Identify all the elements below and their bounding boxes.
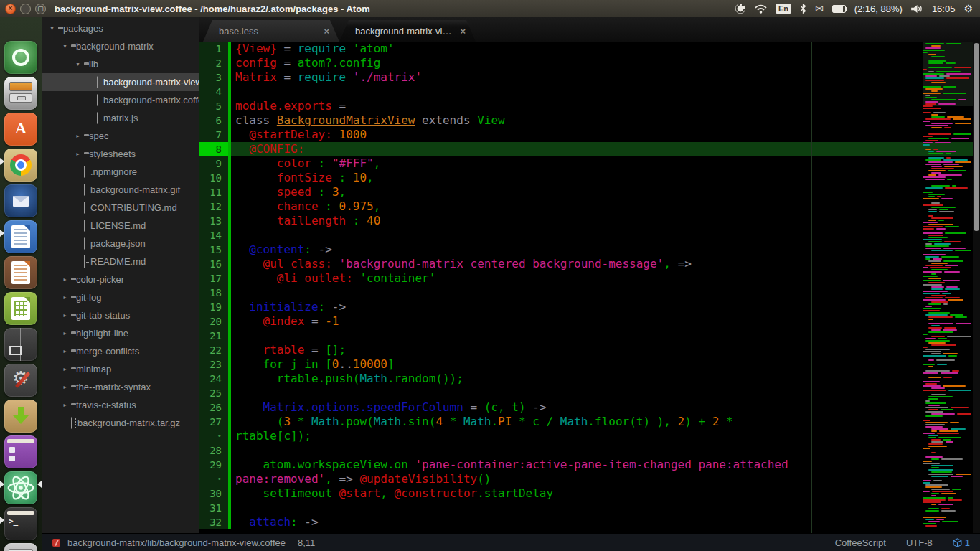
tree-item[interactable]: ▸merge-conflicts bbox=[42, 342, 199, 360]
libreoffice-writer-icon[interactable] bbox=[4, 220, 37, 253]
line-number[interactable]: 17 bbox=[199, 271, 231, 286]
workspace-switcher-icon[interactable] bbox=[4, 328, 37, 361]
line-number[interactable]: 26 bbox=[199, 400, 231, 415]
trash-icon[interactable] bbox=[4, 543, 37, 551]
editor-pane[interactable]: 1{View} = require 'atom'2config = atom?.… bbox=[199, 42, 980, 533]
bluetooth-icon[interactable] bbox=[800, 4, 806, 14]
tree-item[interactable]: CONTRIBUTING.md bbox=[42, 199, 199, 217]
tree-item[interactable]: background-matrix.coffee bbox=[42, 91, 199, 109]
wifi-icon[interactable] bbox=[755, 4, 767, 14]
code-line[interactable]: module.exports = bbox=[231, 99, 980, 113]
line-number[interactable]: 7 bbox=[199, 128, 231, 142]
tree-item[interactable]: matrix.js bbox=[42, 109, 199, 127]
battery-icon[interactable] bbox=[832, 5, 846, 13]
libreoffice-impress-icon[interactable] bbox=[4, 256, 37, 289]
tree-item[interactable]: ▾lib bbox=[42, 55, 199, 73]
scrollbar-thumb[interactable] bbox=[974, 43, 979, 231]
code-line[interactable]: for j in [0..10000] bbox=[231, 357, 980, 372]
line-number[interactable]: 21 bbox=[199, 329, 231, 343]
terminal-icon[interactable]: >_ bbox=[4, 507, 37, 540]
tree-item[interactable]: LICENSE.md bbox=[42, 217, 199, 235]
tree-item[interactable]: background-matrix.tar.gz bbox=[42, 414, 199, 432]
tree-item[interactable]: ▸spec bbox=[42, 127, 199, 145]
tree-item[interactable]: package.json bbox=[42, 235, 199, 253]
code-line[interactable]: atom.workspaceView.on 'pane-container:ac… bbox=[231, 458, 980, 472]
code-line[interactable]: initialize: -> bbox=[231, 300, 980, 314]
line-number[interactable]: • bbox=[199, 429, 231, 443]
line-number[interactable]: 32 bbox=[199, 515, 231, 529]
tree-item[interactable]: ▸minimap bbox=[42, 360, 199, 378]
line-number[interactable]: 8 bbox=[199, 142, 231, 156]
line-number[interactable]: 14 bbox=[199, 228, 231, 242]
code-line[interactable] bbox=[231, 228, 980, 242]
code-line[interactable]: chance : 0.975, bbox=[231, 199, 980, 214]
line-number[interactable]: 31 bbox=[199, 501, 231, 515]
tree-item[interactable]: ▸the--matrix-syntax bbox=[42, 378, 199, 396]
line-number[interactable]: 11 bbox=[199, 185, 231, 199]
line-number[interactable]: 25 bbox=[199, 386, 231, 400]
code-line[interactable] bbox=[231, 443, 980, 458]
line-number[interactable]: 15 bbox=[199, 242, 231, 257]
code-line[interactable]: setTimeout @start, @constructor.startDel… bbox=[231, 486, 980, 501]
chevron-right-icon[interactable]: ▸ bbox=[60, 366, 70, 372]
tree-item[interactable]: ▸color-picker bbox=[42, 270, 199, 288]
libreoffice-calc-icon[interactable] bbox=[4, 292, 37, 325]
line-number[interactable]: 16 bbox=[199, 257, 231, 271]
code-line[interactable] bbox=[231, 329, 980, 343]
code-line[interactable]: (3 * Math.pow(Math.sin(4 * Math.PI * c /… bbox=[231, 415, 980, 429]
line-number[interactable]: 3 bbox=[199, 70, 231, 85]
code-line[interactable] bbox=[231, 501, 980, 515]
tree-item[interactable]: ▾background-matrix bbox=[42, 37, 199, 55]
files-icon[interactable] bbox=[4, 77, 37, 110]
line-number[interactable]: 24 bbox=[199, 372, 231, 386]
line-number[interactable]: 29 bbox=[199, 458, 231, 472]
line-number[interactable]: 1 bbox=[199, 42, 231, 56]
line-number[interactable]: 27 bbox=[199, 415, 231, 429]
ubuntu-dash-icon[interactable] bbox=[4, 41, 37, 74]
code-line[interactable]: config = atom?.config bbox=[231, 56, 980, 70]
line-number[interactable]: 13 bbox=[199, 214, 231, 228]
session-sync-icon[interactable] bbox=[735, 3, 746, 14]
chevron-right-icon[interactable]: ▸ bbox=[60, 330, 70, 336]
software-center-icon[interactable]: A bbox=[4, 113, 37, 146]
code-line[interactable]: @ul class: 'background-matrix centered b… bbox=[231, 257, 980, 271]
code-line[interactable]: @index = -1 bbox=[231, 314, 980, 329]
code-line[interactable]: tailLength : 40 bbox=[231, 214, 980, 228]
package-update-icon[interactable] bbox=[4, 400, 37, 433]
code-line[interactable]: color : "#FFF", bbox=[231, 156, 980, 171]
tab-background-matrix-view-cof-[interactable]: background-matrix-view.cof...× bbox=[339, 20, 476, 42]
line-number[interactable]: 6 bbox=[199, 113, 231, 128]
keyboard-layout-indicator[interactable]: En bbox=[776, 4, 791, 14]
line-number[interactable]: 18 bbox=[199, 286, 231, 300]
line-number[interactable]: 19 bbox=[199, 300, 231, 314]
chevron-right-icon[interactable]: ▸ bbox=[60, 384, 70, 390]
code-line[interactable]: {View} = require 'atom' bbox=[231, 42, 980, 56]
clock[interactable]: 16:05 bbox=[932, 4, 956, 14]
line-number[interactable]: 22 bbox=[199, 343, 231, 357]
volume-icon[interactable] bbox=[911, 4, 923, 14]
tree-item[interactable]: ▸git-log bbox=[42, 288, 199, 306]
code-line[interactable]: rtable.push(Math.random()); bbox=[231, 372, 980, 386]
cursor-position[interactable]: 8,11 bbox=[298, 537, 315, 548]
tree-item[interactable]: background-matrix.gif bbox=[42, 181, 199, 199]
chevron-right-icon[interactable]: ▸ bbox=[60, 312, 70, 319]
tree-item[interactable]: ▸travis-ci-status bbox=[42, 396, 199, 414]
tree-item[interactable]: ▸git-tab-status bbox=[42, 306, 199, 324]
tab-close-icon[interactable]: × bbox=[460, 26, 466, 37]
code-line[interactable] bbox=[231, 286, 980, 300]
code-line[interactable]: speed : 3, bbox=[231, 185, 980, 199]
software-updater-icon[interactable] bbox=[4, 435, 37, 468]
chrome-icon[interactable] bbox=[4, 149, 37, 182]
minimize-button[interactable]: – bbox=[20, 4, 31, 14]
code-line[interactable]: attach: -> bbox=[231, 515, 980, 529]
code-line[interactable]: @startDelay: 1000 bbox=[231, 128, 980, 142]
tree-item[interactable]: ▾packages bbox=[42, 19, 199, 37]
tree-item[interactable]: background-matrix-view.coffee bbox=[42, 73, 199, 91]
chevron-down-icon[interactable]: ▾ bbox=[60, 43, 70, 50]
chevron-down-icon[interactable]: ▾ bbox=[73, 61, 83, 67]
code-line[interactable]: @content: -> bbox=[231, 242, 980, 257]
scrollbar[interactable] bbox=[973, 42, 980, 533]
line-number[interactable]: 28 bbox=[199, 443, 231, 458]
thunderbird-icon[interactable] bbox=[4, 184, 37, 217]
line-number[interactable]: 30 bbox=[199, 486, 231, 501]
